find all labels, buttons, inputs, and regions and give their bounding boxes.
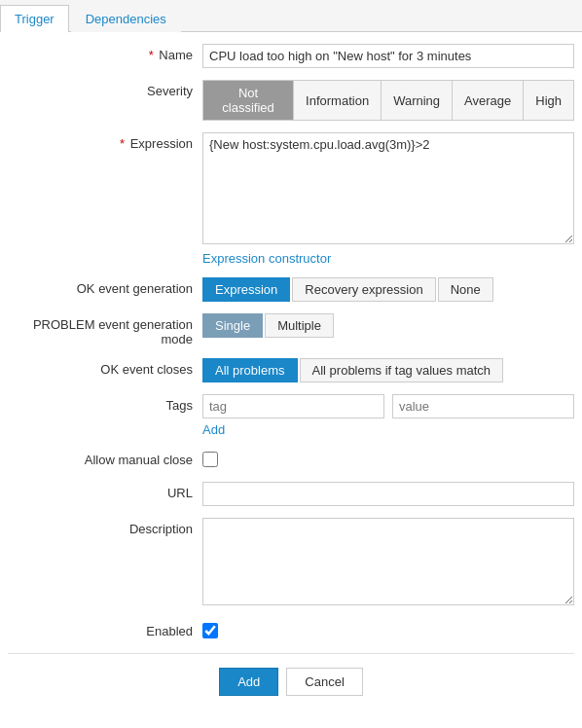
tabs-bar: Trigger Dependencies: [0, 0, 582, 32]
severity-high[interactable]: High: [524, 81, 573, 120]
tab-trigger[interactable]: Trigger: [0, 5, 69, 32]
description-row: Description: [8, 518, 574, 608]
severity-warning[interactable]: Warning: [382, 81, 453, 120]
tag-input[interactable]: [202, 394, 384, 419]
problem-event-row: PROBLEM event generation mode Single Mul…: [8, 313, 574, 346]
description-textarea[interactable]: [202, 518, 574, 605]
ok-closes-all-problems[interactable]: All problems: [202, 358, 298, 382]
url-row: URL: [8, 482, 574, 506]
description-label: Description: [8, 518, 202, 536]
problem-event-group-container: Single Multiple: [202, 313, 574, 338]
tags-inputs-row: [202, 394, 574, 419]
ok-event-label: OK event generation: [8, 277, 202, 296]
name-field-container: [202, 44, 574, 68]
ok-event-recovery-expression[interactable]: Recovery expression: [292, 277, 435, 302]
ok-event-expression[interactable]: Expression: [202, 277, 290, 302]
ok-event-closes-button-group: All problems All problems if tag values …: [202, 358, 574, 382]
severity-label: Severity: [8, 80, 202, 98]
value-input[interactable]: [392, 394, 574, 419]
severity-not-classified[interactable]: Not classified: [203, 81, 294, 120]
ok-event-closes-row: OK event closes All problems All problem…: [8, 358, 574, 382]
tags-label: Tags: [8, 394, 202, 413]
severity-row: Severity Not classified Information Warn…: [8, 80, 574, 121]
allow-manual-close-label: Allow manual close: [8, 449, 202, 467]
name-required-star: *: [149, 48, 154, 62]
severity-average[interactable]: Average: [453, 81, 524, 120]
severity-group-container: Not classified Information Warning Avera…: [202, 80, 574, 121]
expression-label: * Expression: [8, 132, 202, 151]
description-field-container: [202, 518, 574, 608]
add-tag-link[interactable]: Add: [202, 422, 225, 437]
expression-constructor-link[interactable]: Expression constructor: [202, 251, 574, 266]
tags-row: Tags Add: [8, 394, 574, 437]
expression-row: * Expression {New host:system.cpu.load.a…: [8, 132, 574, 266]
severity-button-group: Not classified Information Warning Avera…: [202, 80, 574, 121]
expression-textarea[interactable]: {New host:system.cpu.load.avg(3m)}>2: [202, 132, 574, 244]
ok-event-group-container: Expression Recovery expression None: [202, 277, 574, 302]
enabled-row: Enabled: [8, 620, 574, 641]
cancel-button[interactable]: Cancel: [286, 668, 362, 696]
ok-event-closes-group-container: All problems All problems if tag values …: [202, 358, 574, 382]
allow-manual-close-container: [202, 449, 574, 470]
url-field-container: [202, 482, 574, 506]
allow-manual-close-row: Allow manual close: [8, 449, 574, 470]
name-label: * Name: [8, 44, 202, 62]
severity-information[interactable]: Information: [294, 81, 382, 120]
tags-field-container: Add: [202, 394, 574, 437]
problem-event-single[interactable]: Single: [202, 313, 263, 338]
bottom-actions: Add Cancel: [8, 653, 574, 706]
add-button[interactable]: Add: [219, 668, 278, 696]
ok-closes-tag-match[interactable]: All problems if tag values match: [300, 358, 504, 382]
problem-event-multiple[interactable]: Multiple: [265, 313, 334, 338]
ok-event-none[interactable]: None: [438, 277, 493, 302]
problem-event-button-group: Single Multiple: [202, 313, 574, 338]
expression-required-star: *: [120, 136, 125, 151]
url-input[interactable]: [202, 482, 574, 506]
form-body: * Name Severity Not classified Informati…: [0, 32, 582, 717]
name-input[interactable]: [202, 44, 574, 68]
enabled-checkbox[interactable]: [202, 623, 218, 638]
ok-event-button-group: Expression Recovery expression None: [202, 277, 574, 302]
name-row: * Name: [8, 44, 574, 68]
expression-field-container: {New host:system.cpu.load.avg(3m)}>2 Exp…: [202, 132, 574, 266]
allow-manual-close-checkbox[interactable]: [202, 452, 218, 467]
enabled-container: [202, 620, 574, 641]
tab-dependencies[interactable]: Dependencies: [71, 5, 181, 32]
enabled-label: Enabled: [8, 620, 202, 638]
problem-event-label: PROBLEM event generation mode: [8, 313, 202, 346]
ok-event-row: OK event generation Expression Recovery …: [8, 277, 574, 302]
ok-event-closes-label: OK event closes: [8, 358, 202, 377]
url-label: URL: [8, 482, 202, 500]
